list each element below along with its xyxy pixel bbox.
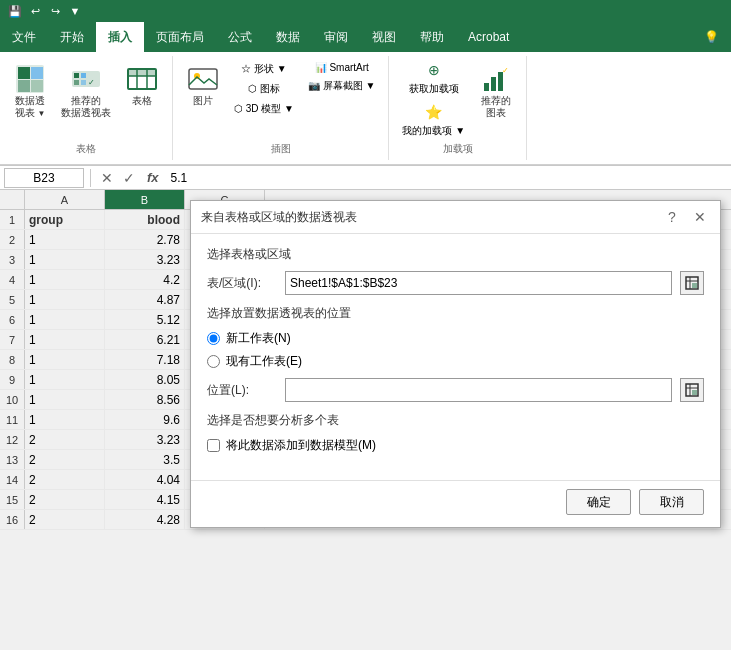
cell-b4[interactable]: 4.2 — [105, 270, 185, 289]
tab-review[interactable]: 审阅 — [312, 22, 360, 52]
cell-b9[interactable]: 8.05 — [105, 370, 185, 389]
screenshot-label: 📷 屏幕截图 ▼ — [308, 79, 375, 93]
cell-b5[interactable]: 4.87 — [105, 290, 185, 309]
dialog-help-button[interactable]: ? — [662, 207, 682, 227]
redo-icon[interactable]: ↪ — [48, 4, 62, 18]
save-icon[interactable]: 💾 — [8, 4, 22, 18]
smartart-button[interactable]: 📊 SmartArt — [303, 60, 380, 75]
radio-new-sheet[interactable] — [207, 332, 220, 345]
pivot-table-button[interactable]: 数据透视表 ▼ — [8, 60, 52, 122]
radio-existing-sheet[interactable] — [207, 355, 220, 368]
cell-b15[interactable]: 4.15 — [105, 490, 185, 509]
row-number[interactable]: 3 — [0, 250, 25, 269]
cell-a5[interactable]: 1 — [25, 290, 105, 309]
dialog-controls: ? ✕ — [662, 207, 710, 227]
3d-model-button[interactable]: ⬡ 3D 模型 ▼ — [229, 100, 299, 118]
cell-a10[interactable]: 1 — [25, 390, 105, 409]
cell-b11[interactable]: 9.6 — [105, 410, 185, 429]
cell-b3[interactable]: 3.23 — [105, 250, 185, 269]
screenshot-button[interactable]: 📷 屏幕截图 ▼ — [303, 77, 380, 95]
cell-a12[interactable]: 2 — [25, 430, 105, 449]
cell-a9[interactable]: 1 — [25, 370, 105, 389]
cell-b6[interactable]: 5.12 — [105, 310, 185, 329]
cell-a8[interactable]: 1 — [25, 350, 105, 369]
row-number[interactable]: 6 — [0, 310, 25, 329]
pivot-table-label: 数据透视表 ▼ — [15, 95, 46, 119]
row-number[interactable]: 4 — [0, 270, 25, 289]
row-number[interactable]: 5 — [0, 290, 25, 309]
row-number[interactable]: 10 — [0, 390, 25, 409]
tab-page-layout[interactable]: 页面布局 — [144, 22, 216, 52]
position-picker-button[interactable] — [680, 378, 704, 402]
col-header-a[interactable]: A — [25, 190, 105, 209]
cell-a13[interactable]: 2 — [25, 450, 105, 469]
tab-acrobat[interactable]: Acrobat — [456, 22, 521, 52]
tab-view[interactable]: 视图 — [360, 22, 408, 52]
group-table-label: 表格 — [76, 140, 96, 156]
row-number[interactable]: 12 — [0, 430, 25, 449]
cell-b8[interactable]: 7.18 — [105, 350, 185, 369]
cell-a14[interactable]: 2 — [25, 470, 105, 489]
cell-a16[interactable]: 2 — [25, 510, 105, 529]
table-range-input[interactable] — [285, 271, 672, 295]
shapes-button[interactable]: ☆ 形状 ▼ — [229, 60, 299, 78]
cell-b2[interactable]: 2.78 — [105, 230, 185, 249]
cell-b16[interactable]: 4.28 — [105, 510, 185, 529]
dialog-titlebar: 来自表格或区域的数据透视表 ? ✕ — [191, 201, 720, 234]
row-number[interactable]: 8 — [0, 350, 25, 369]
group-addins-label: 加载项 — [443, 140, 473, 156]
cell-b13[interactable]: 3.5 — [105, 450, 185, 469]
confirm-formula-icon[interactable]: ✓ — [119, 168, 139, 188]
icons-button[interactable]: ⬡ 图标 — [229, 80, 299, 98]
my-addins-button[interactable]: ⭐ 我的加载项 ▼ — [397, 102, 470, 140]
cell-a7[interactable]: 1 — [25, 330, 105, 349]
cell-b1[interactable]: blood — [105, 210, 185, 229]
cell-a6[interactable]: 1 — [25, 310, 105, 329]
row-number[interactable]: 9 — [0, 370, 25, 389]
recommended-pivot-button[interactable]: ✓ 推荐的数据透视表 — [56, 60, 116, 122]
position-input[interactable] — [285, 378, 672, 402]
cell-b7[interactable]: 6.21 — [105, 330, 185, 349]
dialog-close-button[interactable]: ✕ — [690, 207, 710, 227]
cancel-formula-icon[interactable]: ✕ — [97, 168, 117, 188]
cell-b12[interactable]: 3.23 — [105, 430, 185, 449]
ok-button[interactable]: 确定 — [566, 489, 631, 515]
row-number[interactable]: 14 — [0, 470, 25, 489]
row-number[interactable]: 11 — [0, 410, 25, 429]
tab-formula[interactable]: 公式 — [216, 22, 264, 52]
dropdown-arrow-icon[interactable]: ▼ — [68, 4, 82, 18]
picture-button[interactable]: 图片 — [181, 60, 225, 110]
row-number[interactable]: 16 — [0, 510, 25, 529]
cell-a4[interactable]: 1 — [25, 270, 105, 289]
table-range-picker-button[interactable] — [680, 271, 704, 295]
row-number[interactable]: 1 — [0, 210, 25, 229]
formula-input[interactable] — [167, 171, 727, 185]
undo-icon[interactable]: ↩ — [28, 4, 42, 18]
row-number[interactable]: 7 — [0, 330, 25, 349]
cancel-button[interactable]: 取消 — [639, 489, 704, 515]
cell-a1[interactable]: group — [25, 210, 105, 229]
tab-insert[interactable]: 插入 — [96, 22, 144, 52]
recommended-charts-button[interactable]: ✓ 推荐的图表 — [474, 60, 518, 122]
pivot-table-icon — [14, 63, 46, 95]
col-header-b[interactable]: B — [105, 190, 185, 209]
cell-reference-input[interactable] — [4, 168, 84, 188]
row-number[interactable]: 2 — [0, 230, 25, 249]
tab-light-icon: 💡 — [692, 22, 731, 52]
cell-a2[interactable]: 1 — [25, 230, 105, 249]
cell-b14[interactable]: 4.04 — [105, 470, 185, 489]
cell-a15[interactable]: 2 — [25, 490, 105, 509]
add-to-data-model-checkbox[interactable] — [207, 439, 220, 452]
svg-rect-25 — [692, 283, 697, 288]
row-number[interactable]: 15 — [0, 490, 25, 509]
cell-a3[interactable]: 1 — [25, 250, 105, 269]
tab-data[interactable]: 数据 — [264, 22, 312, 52]
get-addins-button[interactable]: ⊕ 获取加载项 — [397, 60, 470, 98]
table-button[interactable]: 表格 — [120, 60, 164, 110]
cell-b10[interactable]: 8.56 — [105, 390, 185, 409]
tab-home[interactable]: 开始 — [48, 22, 96, 52]
tab-help[interactable]: 帮助 — [408, 22, 456, 52]
cell-a11[interactable]: 1 — [25, 410, 105, 429]
tab-file[interactable]: 文件 — [0, 22, 48, 52]
row-number[interactable]: 13 — [0, 450, 25, 469]
